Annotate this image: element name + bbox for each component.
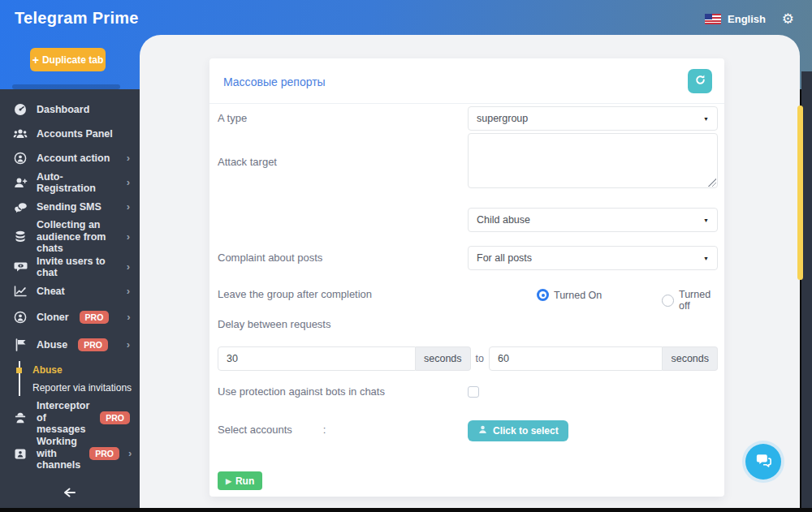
us-flag-icon: [705, 14, 721, 24]
attack-target-input[interactable]: [468, 133, 718, 188]
users-icon: [13, 128, 28, 140]
pro-badge: PRO: [89, 447, 119, 461]
channel-card-icon: [13, 448, 28, 460]
active-item-bullet: [16, 368, 22, 373]
select-caret-icon: ▼: [703, 256, 709, 261]
radio-on-label: Turned On: [554, 290, 602, 301]
play-icon: ▶: [226, 477, 231, 485]
report-reason-select[interactable]: Child abuse ▼: [468, 208, 718, 232]
sidebar-item-label: Account action: [37, 153, 118, 164]
delay-joiner: to: [471, 346, 489, 371]
language-label: English: [728, 13, 766, 25]
chevron-right-icon: ›: [127, 261, 130, 273]
sidebar-item-collecting-audience[interactable]: Collecting an audience from chats ›: [0, 219, 140, 255]
eye-bubble-icon: [13, 261, 28, 273]
sidebar-item-label: Abuse: [37, 339, 67, 351]
bottom-edge: [0, 508, 812, 512]
delay-to-input[interactable]: [489, 346, 663, 371]
submenu-item-abuse[interactable]: Abuse: [32, 361, 140, 379]
chevron-right-icon: ›: [127, 177, 130, 189]
abuse-submenu: Abuse Reporter via invitations: [0, 359, 140, 400]
sidebar-item-label: Cloner: [37, 312, 69, 323]
sidebar: Dashboard Accounts Panel Account action …: [0, 89, 140, 508]
spy-icon: [13, 411, 28, 424]
resize-handle-icon[interactable]: [708, 179, 716, 187]
select-caret-icon: ▼: [703, 217, 709, 223]
submenu-guide-line: [19, 361, 20, 396]
chevron-right-icon: ›: [127, 286, 130, 298]
sidebar-item-auto-registration[interactable]: Auto-Registration ›: [0, 170, 140, 195]
sidebar-item-label: Invite users to chat: [37, 256, 118, 279]
delay-inputs-row: seconds to seconds: [218, 346, 718, 371]
attack-target-label: Attack target: [218, 156, 277, 168]
chevron-right-icon: ›: [127, 231, 130, 243]
settings-gear-icon[interactable]: ⚙: [782, 11, 794, 28]
dashboard-icon: [13, 103, 28, 116]
duplicate-tab-label: Duplicate tab: [42, 54, 103, 66]
refresh-icon: [694, 74, 706, 89]
sidebar-item-working-with-channels[interactable]: Working with channels PRO ›: [0, 436, 140, 471]
sidebar-item-account-action[interactable]: Account action ›: [0, 146, 140, 170]
sidebar-item-sending-sms[interactable]: Sending SMS ›: [0, 195, 140, 219]
sidebar-item-abuse[interactable]: Abuse PRO ›: [0, 331, 140, 359]
complaint-select[interactable]: For all posts ▼: [468, 246, 718, 270]
user-plus-icon: [13, 177, 28, 189]
sidebar-item-cheat[interactable]: Cheat ›: [0, 279, 140, 303]
chevron-right-icon: ›: [127, 153, 130, 165]
user-circle-icon: [13, 152, 28, 165]
mass-reports-card: Массовые репорты A type supergroup ▼ Att…: [209, 58, 724, 497]
radio-on-icon[interactable]: [537, 289, 549, 301]
chevron-right-icon: ›: [127, 201, 130, 213]
refresh-button[interactable]: [688, 69, 712, 93]
sidebar-item-label: Auto-Registration: [37, 171, 118, 195]
complaint-value: For all posts: [477, 252, 532, 264]
radio-off-icon[interactable]: [662, 295, 674, 307]
pro-badge: PRO: [100, 411, 130, 425]
delay-label: Delay between requests: [218, 318, 330, 330]
database-icon: [13, 230, 28, 243]
leave-group-on-option[interactable]: Turned On: [537, 289, 602, 301]
protection-checkbox[interactable]: [468, 386, 479, 398]
sidebar-item-label: Sending SMS: [37, 201, 118, 213]
sidebar-item-interceptor[interactable]: Interceptor of messages PRO: [0, 400, 140, 436]
chevron-right-icon: ›: [127, 312, 130, 324]
radio-off-label: Turned off: [679, 289, 724, 312]
sidebar-item-label: Accounts Panel: [37, 128, 113, 140]
a-type-select[interactable]: supergroup ▼: [468, 106, 718, 131]
click-to-select-button[interactable]: Click to select: [468, 420, 568, 441]
sidebar-item-label: Collecting an audience from chats: [37, 219, 118, 254]
submenu-item-reporter-via-invitations[interactable]: Reporter via invitations: [32, 379, 140, 397]
complaint-label: Complaint about posts: [218, 252, 322, 264]
chart-icon: [13, 286, 28, 297]
back-arrow-icon: [63, 487, 77, 501]
sidebar-item-invite-users[interactable]: Invite users to chat ›: [0, 255, 140, 279]
leave-group-label: Leave the group after completion: [218, 288, 372, 300]
sidebar-item-label: Working with channels: [37, 436, 80, 471]
scrollbar-thumb[interactable]: [797, 105, 803, 280]
a-type-label: A type: [218, 112, 247, 124]
sidebar-item-accounts-panel[interactable]: Accounts Panel: [0, 122, 140, 146]
chat-widget: [742, 441, 784, 483]
leave-group-off-option[interactable]: Turned off: [662, 289, 724, 312]
sidebar-item-cloner[interactable]: Cloner PRO ›: [0, 303, 140, 331]
language-selector[interactable]: English: [705, 13, 766, 25]
chat-bubbles-icon: [13, 201, 28, 213]
delay-to-unit: seconds: [663, 346, 718, 371]
chat-bubbles-icon: [754, 451, 773, 473]
run-label: Run: [235, 475, 254, 487]
protection-label: Use protection against bots in chats: [218, 385, 385, 398]
sidebar-collapse-button[interactable]: [0, 487, 140, 501]
duplicate-tab-button[interactable]: + Duplicate tab: [30, 48, 106, 71]
pro-badge: PRO: [80, 311, 110, 325]
sidebar-item-label: Interceptor of messages: [37, 400, 91, 435]
attack-target-field: [468, 133, 718, 188]
user-circle-icon: [13, 311, 28, 324]
run-button[interactable]: ▶ Run: [218, 471, 262, 490]
plus-icon: +: [32, 54, 39, 66]
delay-from-input[interactable]: [218, 346, 416, 371]
chevron-right-icon: ›: [127, 339, 130, 351]
chat-widget-button[interactable]: [745, 444, 781, 480]
report-reason-value: Child abuse: [477, 214, 530, 226]
sidebar-item-dashboard[interactable]: Dashboard: [0, 97, 140, 122]
sidebar-item-label: Cheat: [37, 286, 118, 297]
